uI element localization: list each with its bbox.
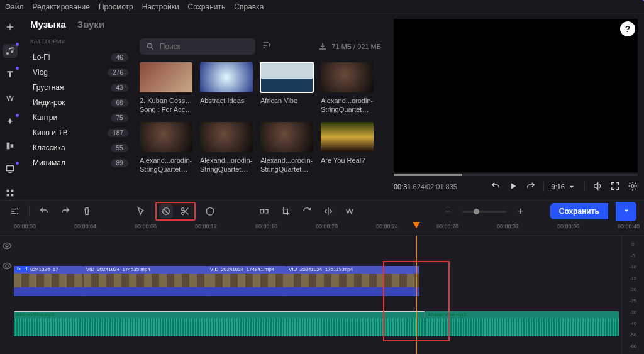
menu-Сохранить[interactable]: Сохранить: [188, 3, 226, 11]
category-item[interactable]: Кино и ТВ187: [30, 125, 131, 140]
menu-Редактирование[interactable]: Редактирование: [33, 3, 90, 11]
transitions-icon[interactable]: [3, 139, 18, 153]
settings-preview-icon[interactable]: [628, 181, 638, 192]
export-queue-icon[interactable]: [3, 163, 18, 177]
media-card[interactable]: Abstract Ideas: [200, 62, 253, 114]
help-button[interactable]: ?: [620, 21, 635, 36]
video-clip[interactable]: VID_20241024_174535.mp4: [84, 266, 208, 296]
text-tool-icon[interactable]: [3, 68, 18, 82]
category-item[interactable]: Классика55: [30, 140, 131, 155]
svg-point-13: [6, 265, 8, 267]
apps-grid-icon[interactable]: [3, 186, 18, 200]
adjust-tracks-icon[interactable]: [8, 204, 21, 218]
media-card[interactable]: African Vibe: [260, 62, 313, 114]
category-item[interactable]: Минимал89: [30, 155, 131, 170]
delete-button[interactable]: [80, 204, 94, 218]
effects-icon[interactable]: [3, 115, 18, 129]
fullscreen-icon[interactable]: [610, 181, 620, 192]
redo-button[interactable]: [58, 204, 72, 218]
media-card[interactable]: Alexand...orodin-StringQuartetNo...: [260, 122, 313, 174]
music-library-icon[interactable]: [3, 44, 18, 58]
sort-icon[interactable]: [262, 40, 272, 53]
video-clip[interactable]: VID_20241024_175119.mp4: [286, 266, 419, 296]
stickers-icon[interactable]: [3, 91, 18, 105]
category-item[interactable]: Грустная43: [30, 80, 131, 95]
audio-clip[interactable]: African Vibe.mp3: [14, 311, 425, 336]
category-item[interactable]: Кантри75: [30, 110, 131, 125]
search-input-container[interactable]: [140, 38, 255, 55]
timeline-panel: − + Сохранить 00:00:0000:00:0400:00:0800…: [0, 200, 644, 354]
play-button[interactable]: [508, 181, 518, 192]
shuffle-icon[interactable]: [343, 204, 357, 218]
video-clip[interactable]: VID_20241024_174841.mp4: [208, 266, 286, 296]
ruler-tick: 00:00:40: [618, 223, 640, 230]
menu-Просмотр[interactable]: Просмотр: [99, 3, 133, 11]
media-card[interactable]: Alexand...orodin-StringQuartetNo...: [140, 122, 192, 174]
library-tabs: МузыкаЗвуки: [30, 19, 381, 30]
svg-rect-4: [11, 194, 13, 196]
ruler-tick: 00:00:32: [497, 223, 519, 230]
ruler-tick: 00:00:36: [557, 223, 579, 230]
svg-rect-2: [11, 190, 13, 192]
ruler-tick: 00:00:28: [436, 223, 458, 230]
ruler-tick: 00:00:16: [255, 223, 277, 230]
preview-viewport[interactable]: [394, 19, 638, 172]
svg-point-9: [182, 208, 184, 211]
undo-playback-icon[interactable]: [491, 181, 501, 192]
flip-icon[interactable]: [321, 204, 335, 218]
aspect-ratio-selector[interactable]: 9:16: [552, 182, 577, 192]
rotate-icon[interactable]: [300, 204, 314, 218]
svg-rect-1: [7, 190, 9, 192]
preview-panel: ? 00:31.624/02:01.835 9:16: [387, 14, 644, 200]
timeline-tracks[interactable]: fx · 1VID_20241024_17VID_20241024_174535…: [0, 236, 644, 354]
zoom-in-button[interactable]: +: [514, 204, 528, 218]
svg-rect-11: [265, 209, 268, 213]
media-cards-grid: 2. Kuban CossackSong : For Accor...Abstr…: [140, 62, 381, 174]
menu-Справка[interactable]: Справка: [234, 3, 264, 11]
playback-progress[interactable]: [394, 174, 638, 176]
tab-Звуки[interactable]: Звуки: [77, 19, 104, 30]
video-track: fx · 1VID_20241024_17VID_20241024_174535…: [14, 266, 619, 296]
search-input[interactable]: [160, 42, 249, 51]
tab-Музыка[interactable]: Музыка: [30, 19, 66, 30]
cut-tool[interactable]: [178, 204, 192, 218]
category-header: КАТЕГОРИИ: [30, 38, 131, 45]
undo-button[interactable]: [37, 204, 51, 218]
save-dropdown[interactable]: [616, 202, 636, 221]
download-status: 71 МБ / 921 МБ: [318, 41, 381, 52]
save-button[interactable]: Сохранить: [550, 203, 608, 219]
media-card[interactable]: Alexand...orodin-StringQuartetNo...: [200, 122, 253, 174]
timeline-ruler[interactable]: 00:00:0000:00:0400:00:0800:00:1200:00:16…: [0, 222, 644, 236]
media-card[interactable]: 2. Kuban CossackSong : For Accor...: [140, 62, 192, 114]
ruler-tick: 00:00:20: [316, 223, 338, 230]
category-item[interactable]: Vlog276: [30, 65, 131, 80]
split-icon[interactable]: [257, 204, 271, 218]
left-toolstrip: [0, 14, 20, 200]
eye-icon[interactable]: [2, 241, 12, 253]
crop-icon[interactable]: [279, 204, 292, 218]
zoom-out-button[interactable]: −: [441, 204, 455, 218]
menu-Файл[interactable]: Файл: [5, 3, 24, 11]
timeline-toolbar: − + Сохранить: [0, 201, 644, 222]
zoom-slider[interactable]: [462, 211, 506, 213]
voiceover-icon[interactable]: [203, 204, 217, 218]
redo-playback-icon[interactable]: [526, 181, 536, 192]
audio-clip[interactable]: African Vibe.mp3: [425, 311, 619, 336]
playhead-line[interactable]: [416, 236, 417, 354]
volume-icon[interactable]: [592, 181, 602, 192]
download-icon: [318, 41, 328, 52]
disable-tool[interactable]: [159, 204, 173, 218]
category-item[interactable]: Инди-рок68: [30, 95, 131, 110]
media-card[interactable]: Alexand...orodin-StringQuartetNo...: [321, 62, 374, 114]
add-media-icon[interactable]: [3, 20, 18, 34]
svg-point-5: [147, 43, 152, 48]
eye-icon[interactable]: [2, 261, 12, 274]
category-item[interactable]: Lo-Fi46: [30, 50, 131, 65]
menu-Настройки[interactable]: Настройки: [142, 3, 179, 11]
ruler-tick: 00:00:12: [195, 223, 217, 230]
media-card[interactable]: Are You Real?: [321, 122, 374, 174]
media-library: МузыкаЗвуки КАТЕГОРИИ Lo-Fi46Vlog276Грус…: [20, 14, 387, 200]
select-tool[interactable]: [134, 204, 148, 218]
svg-point-8: [182, 212, 184, 214]
video-clip[interactable]: fx · 1VID_20241024_17: [14, 266, 84, 296]
